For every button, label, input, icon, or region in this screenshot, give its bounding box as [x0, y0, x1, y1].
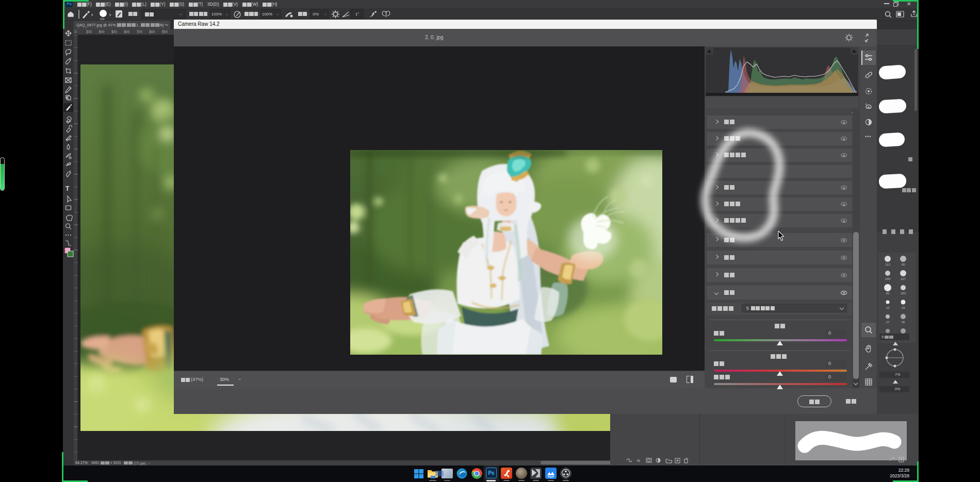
svg-text:112: 112: [885, 263, 890, 266]
svg-text:35: 35: [902, 321, 905, 324]
svg-text:629: 629: [100, 18, 105, 21]
svg-text:60: 60: [902, 263, 905, 266]
svg-text:100: 100: [885, 277, 891, 280]
svg-text:19: 19: [902, 306, 905, 309]
svg-text:fx: fx: [637, 458, 641, 463]
svg-text:127: 127: [901, 277, 906, 280]
svg-text:50: 50: [886, 292, 890, 295]
svg-text:T: T: [66, 185, 70, 192]
svg-text:27: 27: [886, 321, 890, 324]
svg-text:12: 12: [886, 306, 890, 309]
svg-text:183: 183: [901, 292, 906, 295]
